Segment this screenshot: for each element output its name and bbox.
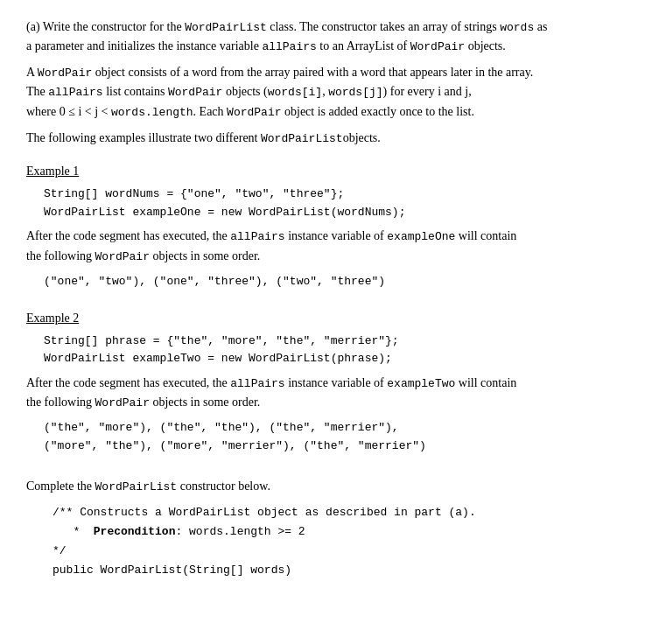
wordpair-class-2: WordPair [38, 66, 92, 80]
wordpair-class-4: WordPair [227, 106, 281, 119]
example1-after-pre: After the code segment has executed, the [26, 229, 228, 242]
complete-class: WordPairList [95, 480, 178, 494]
example2-code: String[] phrase = {"the", "more", "the",… [44, 332, 626, 369]
example1-after-post: will contain [459, 229, 517, 242]
example1-after-line2-post-text: objects in some order. [152, 249, 260, 262]
allpairs-var-1: allPairs [262, 40, 316, 53]
example2-code-line2: WordPairList exampleTwo = new WordPairLi… [44, 350, 626, 368]
intro-text-6: objects. [465, 39, 506, 52]
example1-code: String[] wordNums = {"one", "two", "thre… [44, 186, 626, 222]
javadoc-asterisk: * [53, 525, 94, 538]
example2-after-text: After the code segment has executed, the… [26, 374, 626, 412]
para3-text-1: The following examples illustrate two di… [26, 131, 258, 144]
words-j: words[j] [328, 86, 382, 99]
javadoc-line3: */ [53, 542, 626, 561]
para2-text-2: object consists of a word from the array… [92, 66, 533, 79]
para3: The following examples illustrate two di… [26, 129, 626, 148]
example2-section: Example 2 String[] phrase = {"the", "mor… [26, 309, 626, 456]
para2-text-1: A [26, 66, 38, 79]
example2-after-mid: instance variable of [288, 376, 387, 389]
para2-text-8: . Each [193, 105, 227, 118]
section-part-a: (a) Write the constructor for the WordPa… [26, 18, 626, 148]
example2-code-line1: String[] phrase = {"the", "more", "the",… [44, 332, 626, 351]
complete-pre: Complete the [26, 480, 92, 493]
intro-text-3: as [534, 20, 547, 33]
example1-section: Example 1 String[] wordNums = {"one", "t… [26, 162, 626, 291]
example2-result: ("the", "more"), ("the", "the"), ("the",… [44, 419, 626, 456]
example1-result-text: ("one", "two"), ("one", "three"), ("two"… [44, 273, 626, 291]
example2-after-line2-post-text: objects in some order. [152, 396, 260, 409]
para3-text-3: objects. [343, 131, 381, 144]
intro-paragraph: (a) Write the constructor for the WordPa… [26, 18, 626, 56]
para2-text-6: ) for every i and j, [383, 85, 472, 98]
intro-text-1: Write the constructor for the [43, 20, 185, 33]
wordpair-class-1: WordPair [410, 40, 465, 53]
page-content: (a) Write the constructor for the WordPa… [26, 18, 626, 581]
javadoc-line2: * Precondition: words.length >= 2 [53, 522, 626, 542]
example2-result-line1: ("the", "more"), ("the", "the"), ("the",… [44, 419, 626, 438]
example1-heading: Example 1 [26, 162, 626, 180]
example2-wordpair-class: WordPair [95, 396, 150, 410]
javadoc-close: */ [53, 544, 67, 557]
example1-code-line2: WordPairList exampleOne = new WordPairLi… [44, 204, 626, 222]
example2-after-post: will contain [459, 376, 517, 389]
part-label: (a) [26, 20, 40, 33]
para2: A WordPair object consists of a word fro… [26, 63, 626, 121]
para2-text-3: The [26, 85, 48, 98]
example1-after-line2-pre: the following [26, 249, 92, 262]
example2-after-pre: After the code segment has executed, the [26, 376, 228, 389]
example2-exampletwo-var: exampleTwo [387, 377, 455, 390]
example1-after-mid: instance variable of [288, 229, 387, 242]
javadoc-line1: /** Constructs a WordPairList object as … [53, 503, 626, 522]
words-length: words.length [111, 106, 193, 119]
example2-after-line2-pre: the following [26, 396, 92, 409]
javadoc-block: /** Constructs a WordPairList object as … [53, 503, 626, 580]
example1-result: ("one", "two"), ("one", "three"), ("two"… [44, 273, 626, 291]
intro-text-2: class. The constructor takes an array of… [267, 20, 500, 33]
words-i: words[i] [268, 86, 322, 99]
example1-code-line1: String[] wordNums = {"one", "two", "thre… [44, 186, 626, 204]
javadoc-pre: /** Constructs a [53, 506, 162, 519]
para2-text-4: list contains [103, 85, 168, 98]
javadoc-line1-post: object as described in part (a). [257, 506, 476, 519]
complete-paragraph: Complete the WordPairList constructor be… [26, 477, 626, 496]
javadoc-method: public WordPairList(String[] words) [53, 561, 626, 580]
complete-section: Complete the WordPairList constructor be… [26, 477, 626, 581]
example1-allpairs-var: allPairs [230, 230, 284, 243]
example2-heading: Example 2 [26, 309, 626, 327]
allpairs-var-2: allPairs [48, 86, 102, 99]
class-name-1: WordPairList [185, 21, 267, 34]
para2-text-5: objects ( [222, 85, 267, 98]
para2-text-9: object is added exactly once to the list… [282, 105, 474, 118]
wordpair-class-3: WordPair [168, 86, 222, 99]
javadoc-bold-text: Precondition [94, 525, 176, 538]
para2-text-7: where 0 ≤ i < j < [26, 105, 111, 118]
example2-result-line2: ("more", "the"), ("more", "merrier"), ("… [44, 438, 626, 456]
example1-wordpair-class: WordPair [95, 250, 150, 263]
intro-text-4: a parameter and initializes the instance… [26, 39, 262, 52]
javadoc-line2-post: : words.length >= 2 [175, 525, 305, 538]
words-param: words [500, 21, 534, 34]
wordpairlist-class-2: WordPairList [261, 132, 343, 145]
intro-text-5: to an ArrayList of [317, 39, 410, 52]
example2-allpairs-var: allPairs [230, 377, 284, 390]
complete-post-text: constructor below. [180, 480, 270, 493]
example1-exampleone-var: exampleOne [387, 230, 455, 243]
example1-after-text: After the code segment has executed, the… [26, 227, 626, 265]
javadoc-class: WordPairList [169, 506, 251, 519]
